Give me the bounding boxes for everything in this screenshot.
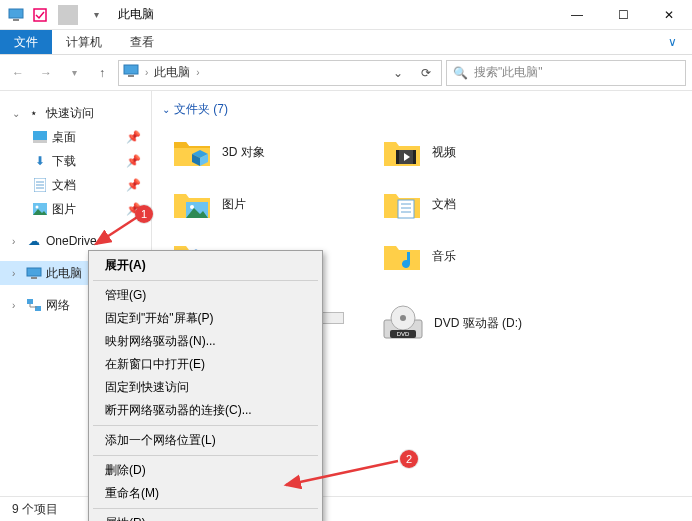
status-item-count: 9 个项目 bbox=[12, 501, 58, 518]
drive-dvd[interactable]: DVD DVD 驱动器 (D:) bbox=[382, 302, 582, 344]
ctx-separator bbox=[93, 425, 318, 426]
star-icon: ⋆ bbox=[26, 105, 42, 121]
tree-label: 快速访问 bbox=[46, 105, 94, 122]
refresh-icon[interactable]: ⟳ bbox=[415, 62, 437, 84]
pin-icon: 📌 bbox=[126, 178, 141, 192]
ctx-manage[interactable]: 管理(G) bbox=[91, 284, 320, 307]
folder-documents[interactable]: 文档 bbox=[372, 178, 582, 230]
folder-label: 视频 bbox=[432, 144, 456, 161]
folders-section-header[interactable]: ⌄ 文件夹 (7) bbox=[162, 101, 682, 118]
tree-label: 文档 bbox=[52, 177, 76, 194]
folder-music[interactable]: 音乐 bbox=[372, 230, 582, 282]
maximize-button[interactable]: ☐ bbox=[600, 0, 646, 30]
tree-label: 网络 bbox=[46, 297, 70, 314]
ribbon-help-button[interactable]: ∨ bbox=[652, 30, 692, 54]
address-dropdown-icon[interactable]: ⌄ bbox=[387, 62, 409, 84]
pin-icon: 📌 bbox=[126, 130, 141, 144]
search-placeholder: 搜索"此电脑" bbox=[474, 64, 543, 81]
svg-rect-2 bbox=[34, 9, 46, 21]
pc-icon bbox=[123, 64, 139, 81]
svg-rect-1 bbox=[13, 19, 19, 21]
svg-rect-26 bbox=[398, 200, 414, 218]
computer-tab[interactable]: 计算机 bbox=[52, 30, 116, 54]
breadcrumb-chevron-icon[interactable]: › bbox=[196, 67, 199, 78]
picture-icon bbox=[32, 201, 48, 217]
folder-label: 3D 对象 bbox=[222, 144, 265, 161]
breadcrumb[interactable]: 此电脑 bbox=[154, 64, 190, 81]
ctx-disconnect[interactable]: 断开网络驱动器的连接(C)... bbox=[91, 399, 320, 422]
folder-label: 图片 bbox=[222, 196, 246, 213]
search-input[interactable]: 🔍 搜索"此电脑" bbox=[446, 60, 686, 86]
ctx-properties[interactable]: 属性(R) bbox=[91, 512, 320, 521]
svg-rect-13 bbox=[27, 268, 41, 276]
svg-rect-5 bbox=[33, 131, 47, 140]
ctx-separator bbox=[93, 455, 318, 456]
chevron-right-icon[interactable]: › bbox=[12, 236, 22, 247]
ctx-separator bbox=[93, 508, 318, 509]
qat-properties-icon[interactable] bbox=[30, 5, 50, 25]
qat-divider bbox=[58, 5, 78, 25]
context-menu: 展开(A) 管理(G) 固定到"开始"屏幕(P) 映射网络驱动器(N)... 在… bbox=[88, 250, 323, 521]
tree-label: 桌面 bbox=[52, 129, 76, 146]
ctx-rename[interactable]: 重命名(M) bbox=[91, 482, 320, 505]
svg-text:DVD: DVD bbox=[397, 331, 410, 337]
tree-label: 下载 bbox=[52, 153, 76, 170]
tree-desktop[interactable]: 桌面 📌 bbox=[0, 125, 151, 149]
tree-downloads[interactable]: ⬇ 下载 📌 bbox=[0, 149, 151, 173]
ctx-map-drive[interactable]: 映射网络驱动器(N)... bbox=[91, 330, 320, 353]
tree-documents[interactable]: 文档 📌 bbox=[0, 173, 151, 197]
breadcrumb-chevron-icon[interactable]: › bbox=[145, 67, 148, 78]
ctx-pin-quick[interactable]: 固定到快速访问 bbox=[91, 376, 320, 399]
cloud-icon: ☁ bbox=[26, 233, 42, 249]
svg-rect-15 bbox=[27, 299, 33, 304]
view-tab[interactable]: 查看 bbox=[116, 30, 168, 54]
minimize-button[interactable]: — bbox=[554, 0, 600, 30]
chevron-right-icon[interactable]: › bbox=[12, 268, 22, 279]
chevron-right-icon[interactable]: › bbox=[12, 300, 22, 311]
folder-label: 音乐 bbox=[432, 248, 456, 265]
pictures-icon bbox=[172, 184, 212, 224]
download-icon: ⬇ bbox=[32, 153, 48, 169]
window-title: 此电脑 bbox=[118, 6, 154, 23]
callout-1: 1 bbox=[135, 205, 153, 223]
tree-label: OneDrive bbox=[46, 234, 97, 248]
address-bar[interactable]: › 此电脑 › ⌄ ⟳ bbox=[118, 60, 442, 86]
drive-label: DVD 驱动器 (D:) bbox=[434, 315, 522, 332]
ctx-delete[interactable]: 删除(D) bbox=[91, 459, 320, 482]
desktop-icon bbox=[32, 129, 48, 145]
svg-rect-14 bbox=[31, 277, 37, 279]
recent-dropdown[interactable]: ▾ bbox=[62, 61, 86, 85]
file-tab[interactable]: 文件 bbox=[0, 30, 52, 54]
videos-icon bbox=[382, 132, 422, 172]
3d-objects-icon bbox=[172, 132, 212, 172]
ctx-add-netloc[interactable]: 添加一个网络位置(L) bbox=[91, 429, 320, 452]
svg-rect-3 bbox=[124, 65, 138, 74]
folder-pictures[interactable]: 图片 bbox=[162, 178, 372, 230]
svg-point-12 bbox=[36, 206, 39, 209]
svg-rect-21 bbox=[396, 150, 399, 164]
tree-pictures[interactable]: 图片 📌 bbox=[0, 197, 151, 221]
network-icon bbox=[26, 297, 42, 313]
chevron-down-icon: ⌄ bbox=[162, 104, 170, 115]
forward-button[interactable]: → bbox=[34, 61, 58, 85]
title-bar: ▾ 此电脑 — ☐ ✕ bbox=[0, 0, 692, 30]
svg-rect-22 bbox=[413, 150, 416, 164]
app-icon bbox=[6, 5, 26, 25]
svg-point-35 bbox=[400, 315, 406, 321]
up-button[interactable]: ↑ bbox=[90, 61, 114, 85]
folder-videos[interactable]: 视频 bbox=[372, 126, 582, 178]
close-button[interactable]: ✕ bbox=[646, 0, 692, 30]
qat-dropdown-icon[interactable]: ▾ bbox=[86, 5, 106, 25]
tree-quick-access[interactable]: ⌄ ⋆ 快速访问 bbox=[0, 101, 151, 125]
search-icon: 🔍 bbox=[453, 66, 468, 80]
section-title: 文件夹 (7) bbox=[174, 101, 228, 118]
back-button[interactable]: ← bbox=[6, 61, 30, 85]
music-icon bbox=[382, 236, 422, 276]
ctx-pin-start[interactable]: 固定到"开始"屏幕(P) bbox=[91, 307, 320, 330]
folder-3d-objects[interactable]: 3D 对象 bbox=[162, 126, 372, 178]
callout-2: 2 bbox=[400, 450, 418, 468]
ctx-expand[interactable]: 展开(A) bbox=[91, 254, 320, 277]
chevron-down-icon[interactable]: ⌄ bbox=[12, 108, 22, 119]
ctx-new-window[interactable]: 在新窗口中打开(E) bbox=[91, 353, 320, 376]
folder-label: 文档 bbox=[432, 196, 456, 213]
